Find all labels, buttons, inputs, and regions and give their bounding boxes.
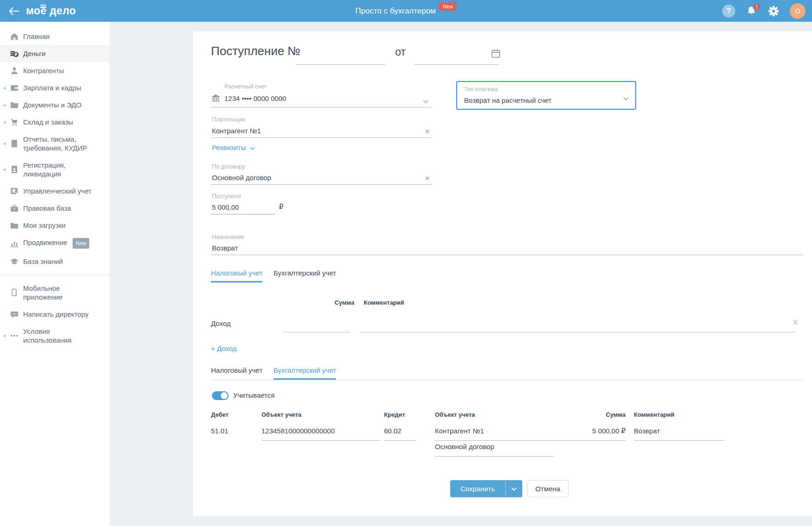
expand-plus-icon[interactable]: +	[3, 139, 6, 148]
sidebar-item-usloviya[interactable]: + Условия использования	[0, 323, 110, 349]
uchityvaetsya-toggle[interactable]	[212, 391, 229, 400]
income-comment-input[interactable]	[360, 316, 795, 332]
save-button[interactable]: Сохранить	[450, 480, 505, 497]
sidebar-item-glavnaya[interactable]: Главная	[0, 28, 110, 45]
sidebar-item-zagruzki[interactable]: Мои загрузки	[0, 217, 110, 234]
cell-credit-object2-input[interactable]: Основной договор	[435, 443, 494, 451]
sidebar-item-kontragenty[interactable]: Контрагенты	[0, 62, 110, 79]
save-options-chevron-down-icon[interactable]	[505, 480, 522, 497]
toggle-knob	[221, 392, 228, 399]
expand-plus-icon[interactable]: +	[3, 332, 6, 340]
person-icon	[10, 66, 19, 75]
payer-underline	[211, 138, 432, 138]
col-obekt-ucheta-2: Объект учета	[435, 411, 475, 418]
sidebar-item-registraciya[interactable]: + Регистрация, ликвидация	[0, 157, 110, 182]
income-sum-input[interactable]	[283, 316, 350, 332]
income-comment-header: Комментарий	[364, 299, 404, 306]
top-header: мое дело Просто с бухгалтером New ? 1	[0, 0, 812, 22]
tab-nalogovyi-uchet[interactable]: Налоговый учет	[211, 269, 262, 282]
notification-count-badge: 1	[753, 3, 761, 11]
tab2-buhgalterskiy-uchet[interactable]: Бухгалтерский учет	[273, 366, 336, 380]
received-amount-input[interactable]: 5 000,00	[212, 203, 239, 211]
document-number-input[interactable]	[296, 48, 385, 65]
payment-type-chevron-down-icon[interactable]	[623, 94, 629, 102]
calendar-icon[interactable]	[490, 48, 501, 61]
details-link[interactable]: Реквизиты	[212, 144, 255, 151]
currency-sign: ₽	[279, 203, 284, 211]
home-icon	[10, 32, 19, 41]
downloads-folder-icon	[10, 221, 19, 230]
tab-buhgalterskiy-uchet[interactable]: Бухгалтерский учет	[273, 269, 336, 282]
sidebar-item-napisat-direktoru[interactable]: Написать директору	[0, 306, 110, 323]
expand-plus-icon[interactable]: +	[3, 83, 6, 92]
avatar-letter: O	[795, 7, 800, 15]
expand-plus-icon[interactable]: +	[3, 118, 6, 126]
save-split-button: Сохранить	[450, 480, 522, 497]
cell-comment-input[interactable]: Возврат	[634, 427, 660, 435]
expand-plus-icon[interactable]: +	[3, 165, 6, 174]
back-arrow-icon[interactable]	[7, 4, 21, 18]
logo-text2: дело	[50, 5, 76, 17]
contract-clear-icon[interactable]: ×	[425, 174, 430, 182]
document-date-input[interactable]	[414, 48, 499, 65]
add-income-link[interactable]: + Доход	[211, 344, 237, 352]
sidebar-item-pravovaya[interactable]: Правовая база	[0, 200, 110, 217]
col-kommentariy: Комментарий	[634, 411, 675, 418]
contract-underline	[211, 184, 432, 185]
account-value[interactable]: 1234 •••• 0000 0000	[224, 94, 286, 102]
cell-credit-object-input[interactable]: Контрагент №1	[435, 427, 484, 435]
sidebar-item-prodvizhenie[interactable]: Продвижение New	[0, 234, 110, 253]
account-chevron-down-icon[interactable]	[423, 97, 428, 105]
help-icon[interactable]: ?	[722, 5, 735, 18]
sidebar-item-baza-znaniy[interactable]: База знаний	[0, 253, 110, 270]
payer-value[interactable]: Контрагент №1	[212, 127, 261, 135]
management-icon: ₽	[10, 187, 19, 196]
cart-icon	[10, 118, 19, 127]
comment-underline	[634, 440, 725, 441]
contract-value[interactable]: Основной договор	[212, 174, 271, 182]
ellipsis-icon	[10, 331, 19, 340]
app-logo[interactable]: мое дело	[26, 5, 76, 17]
sidebar-item-otchety[interactable]: + Отчеты, письма, требования, КУДИР	[0, 131, 110, 157]
page-title: Поступление №	[211, 44, 301, 58]
document-form-card: Поступление № от Расчетный счет 1234 •••…	[193, 31, 812, 516]
report-icon	[10, 139, 19, 148]
help-glyph: ?	[726, 7, 731, 15]
cancel-button[interactable]: Отмена	[527, 480, 569, 497]
cell-debit: 51.01	[211, 427, 229, 435]
col-kredit: Кредит	[384, 411, 405, 418]
payment-type-select[interactable]: Тип платежа Возврат на расчетный счет	[456, 81, 636, 110]
cell-sum-input[interactable]: 5 000,00 ₽	[517, 427, 626, 435]
sidebar-divider	[0, 275, 110, 275]
sidebar-item-sklad[interactable]: + Склад и заказы	[0, 113, 110, 131]
notifications-bell-icon[interactable]: 1	[745, 5, 757, 17]
payer-clear-icon[interactable]: ×	[425, 127, 430, 136]
svg-text:₽: ₽	[15, 52, 18, 56]
income-row-close-icon[interactable]: ×	[792, 317, 799, 328]
cell-debit-object-input[interactable]: 1234581000000000000	[261, 427, 335, 435]
registration-icon	[10, 165, 19, 174]
received-label: Поступило	[212, 193, 241, 200]
app-window: мое дело Просто с бухгалтером New ? 1	[0, 0, 812, 526]
purpose-underline	[211, 255, 803, 255]
money-icon: ₽	[10, 49, 19, 58]
tab2-nalogovyi-uchet[interactable]: Налоговый учет	[211, 366, 262, 380]
cell-credit: 60.02	[384, 427, 402, 435]
purpose-value[interactable]: Возврат	[212, 244, 238, 252]
user-avatar[interactable]: O	[790, 3, 806, 19]
bank-icon	[211, 93, 221, 105]
credit-object2-underline	[435, 456, 554, 457]
sidebar-item-zarplata[interactable]: + Зарплата и кадры	[0, 79, 110, 96]
briefcase-icon	[10, 204, 19, 213]
expand-plus-icon[interactable]: +	[3, 100, 6, 109]
sidebar-item-dengi[interactable]: ₽ Деньги	[0, 45, 110, 62]
account-label: Расчетный счет	[224, 83, 267, 90]
chat-icon	[10, 310, 19, 319]
sidebar-item-upravlencheskiy[interactable]: ₽ Управленческий учет	[0, 182, 110, 200]
sidebar-item-dokumenty[interactable]: + Документы и ЭДО	[0, 96, 110, 113]
settings-gear-icon[interactable]	[768, 5, 780, 17]
sidebar-item-mobilnoe[interactable]: Мобильное приложение	[0, 280, 110, 306]
col-obekt-ucheta-1: Объект учета	[261, 411, 302, 418]
tax-accounting-tabs: Налоговый учет Бухгалтерский учет	[211, 269, 336, 282]
received-underline	[211, 214, 275, 214]
